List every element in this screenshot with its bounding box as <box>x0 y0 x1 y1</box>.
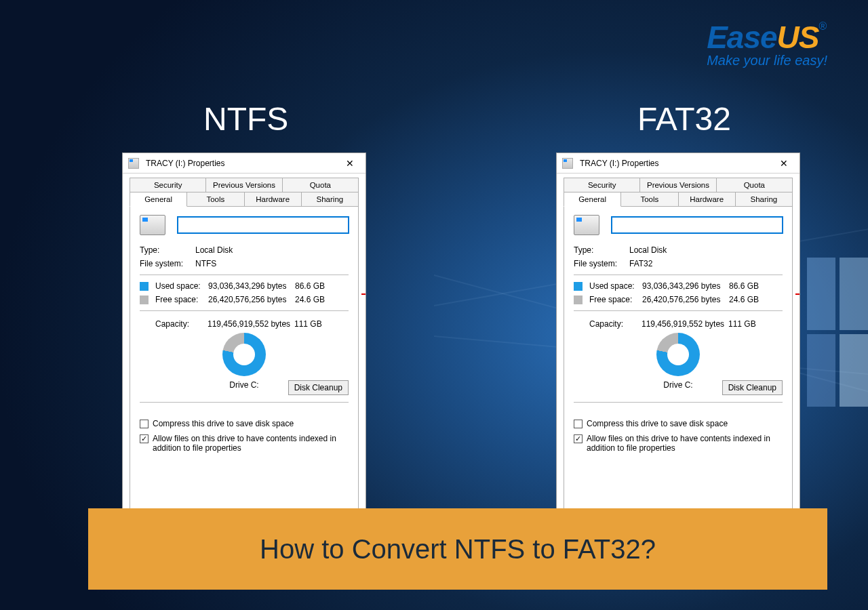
drive-icon <box>562 158 573 169</box>
free-hr: 24.6 GB <box>729 295 759 304</box>
heading-fat32: FAT32 <box>637 100 731 138</box>
logo-registered: ® <box>818 20 826 32</box>
capacity-hr: 111 GB <box>294 319 322 329</box>
disk-cleanup-button[interactable]: Disk Cleanup <box>722 380 783 395</box>
compress-checkbox[interactable] <box>574 420 583 428</box>
properties-dialog-ntfs: TRACY (I:) Properties ✕ Security Previou… <box>122 152 366 522</box>
index-checkbox[interactable] <box>574 434 583 443</box>
logo-ease: Ease <box>707 20 776 55</box>
usage-donut-icon <box>222 333 266 376</box>
index-label: Allow files on this drive to have conten… <box>587 434 783 453</box>
capacity-bytes: 119,456,919,552 bytes <box>642 319 728 329</box>
windows-logo-squares <box>807 258 868 407</box>
type-label: Type: <box>574 245 629 255</box>
used-swatch-icon <box>574 282 583 291</box>
type-value: Local Disk <box>629 245 667 255</box>
dialog-title: TRACY (I:) Properties <box>146 159 224 168</box>
tab-hardware[interactable]: Hardware <box>245 192 302 207</box>
free-swatch-icon <box>140 296 149 304</box>
drive-icon <box>128 158 139 169</box>
used-bytes: 93,036,343,296 bytes <box>208 281 295 291</box>
capacity-bytes: 119,456,919,552 bytes <box>208 319 294 329</box>
tab-hardware[interactable]: Hardware <box>679 192 736 207</box>
used-hr: 86.6 GB <box>295 281 325 291</box>
usage-donut-icon <box>656 333 700 376</box>
drive-name-input[interactable] <box>178 217 349 233</box>
used-bytes: 93,036,343,296 bytes <box>642 281 729 291</box>
tab-tools[interactable]: Tools <box>187 192 244 207</box>
close-button[interactable]: ✕ <box>774 156 794 171</box>
free-label: Free space: <box>155 295 208 304</box>
capacity-label: Capacity: <box>574 319 642 329</box>
tab-quota[interactable]: Quota <box>283 178 359 192</box>
fs-value: FAT32 <box>629 259 652 268</box>
tab-tools[interactable]: Tools <box>621 192 678 207</box>
index-checkbox[interactable] <box>140 434 149 443</box>
tab-sharing[interactable]: Sharing <box>302 192 359 207</box>
disk-cleanup-button[interactable]: Disk Cleanup <box>288 380 349 395</box>
free-bytes: 26,420,576,256 bytes <box>642 295 729 304</box>
dialog-title: TRACY (I:) Properties <box>580 159 658 168</box>
used-hr: 86.6 GB <box>729 281 759 291</box>
tab-security[interactable]: Security <box>564 178 640 192</box>
easeus-logo: EaseUS® Make your life easy! <box>707 19 827 68</box>
fs-label: File system: <box>574 259 629 268</box>
drive-big-icon <box>140 215 165 235</box>
banner-text: How to Convert NTFS to FAT32? <box>260 534 656 565</box>
properties-dialog-fat32: TRACY (I:) Properties ✕ Security Previou… <box>556 152 800 522</box>
logo-us: US <box>777 20 819 55</box>
drive-name-input[interactable] <box>612 217 783 233</box>
compress-checkbox[interactable] <box>140 420 149 428</box>
titlebar[interactable]: TRACY (I:) Properties ✕ <box>123 153 366 174</box>
free-swatch-icon <box>574 296 583 304</box>
tab-quota[interactable]: Quota <box>717 178 793 192</box>
free-hr: 24.6 GB <box>295 295 325 304</box>
drive-big-icon <box>574 215 599 235</box>
type-value: Local Disk <box>195 245 233 255</box>
compress-label: Compress this drive to save disk space <box>587 419 728 428</box>
red-marker-icon <box>361 293 366 295</box>
type-label: Type: <box>140 245 195 255</box>
titlebar[interactable]: TRACY (I:) Properties ✕ <box>557 153 800 174</box>
used-label: Used space: <box>155 281 208 291</box>
banner: How to Convert NTFS to FAT32? <box>88 508 827 590</box>
tab-sharing[interactable]: Sharing <box>736 192 793 207</box>
heading-ntfs: NTFS <box>203 100 288 138</box>
used-label: Used space: <box>589 281 642 291</box>
tab-general[interactable]: General <box>130 192 187 207</box>
tab-general[interactable]: General <box>564 192 621 207</box>
tab-previous-versions[interactable]: Previous Versions <box>206 178 282 192</box>
logo-tagline: Make your life easy! <box>707 53 827 68</box>
compress-label: Compress this drive to save disk space <box>153 419 294 428</box>
red-marker-icon <box>795 293 800 295</box>
capacity-label: Capacity: <box>140 319 208 329</box>
tab-previous-versions[interactable]: Previous Versions <box>640 178 716 192</box>
fs-label: File system: <box>140 259 195 268</box>
close-button[interactable]: ✕ <box>340 156 360 171</box>
used-swatch-icon <box>140 282 149 291</box>
index-label: Allow files on this drive to have conten… <box>153 434 349 453</box>
free-label: Free space: <box>589 295 642 304</box>
capacity-hr: 111 GB <box>728 319 756 329</box>
fs-value: NTFS <box>195 259 216 268</box>
tab-security[interactable]: Security <box>130 178 206 192</box>
free-bytes: 26,420,576,256 bytes <box>208 295 295 304</box>
